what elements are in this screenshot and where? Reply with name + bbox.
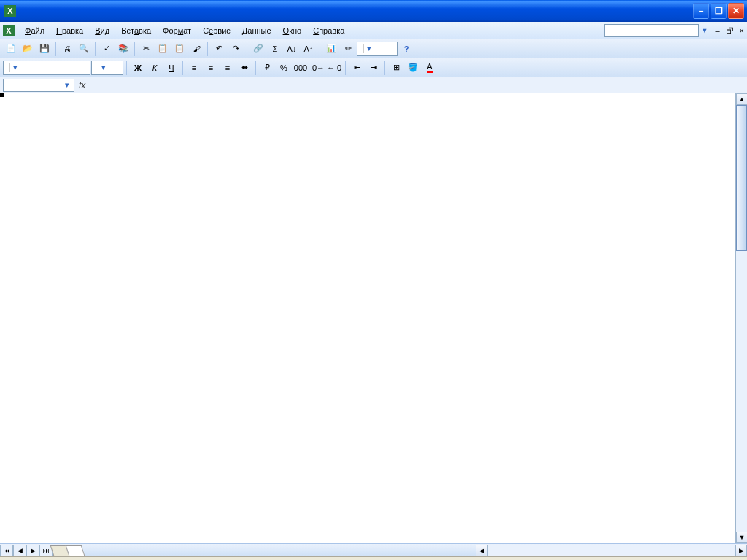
minimize-button[interactable]: – xyxy=(693,3,709,19)
ask-dropdown-icon[interactable]: ▼ xyxy=(702,27,708,34)
comma-icon[interactable]: 000 xyxy=(293,60,309,76)
svg-text:X: X xyxy=(7,7,13,15)
format-painter-icon[interactable]: 🖌 xyxy=(188,41,204,57)
standard-toolbar: 📄 📂 💾 🖨 🔍 ✓ 📚 ✂ 📋 📋 🖌 ↶ ↷ 🔗 Σ A↓ A↑ 📊 ✏ … xyxy=(0,39,747,58)
menu-file[interactable]: Файл xyxy=(19,24,50,37)
menubar: X Файл Правка Вид Вставка Формат Сервис … xyxy=(0,22,747,39)
window-titlebar: X – ❐ ✕ xyxy=(0,0,747,22)
name-box[interactable]: ▾ xyxy=(3,79,74,92)
excel-icon: X xyxy=(3,25,15,36)
font-size-combo[interactable]: ▾ xyxy=(91,61,123,75)
maximize-button[interactable]: ❐ xyxy=(711,3,727,19)
save-icon[interactable]: 💾 xyxy=(36,41,53,57)
scroll-right-icon[interactable]: ▶ xyxy=(735,545,747,556)
underline-icon[interactable]: Ч xyxy=(163,60,179,76)
increase-indent-icon[interactable]: ⇥ xyxy=(365,60,382,76)
percent-icon[interactable]: % xyxy=(276,60,292,76)
chevron-down-icon[interactable]: ▾ xyxy=(62,80,72,90)
decrease-decimal-icon[interactable]: ←.0 xyxy=(326,60,342,76)
sheet-tab-rezultat[interactable] xyxy=(66,545,85,556)
paste-icon[interactable]: 📋 xyxy=(171,41,187,57)
align-center-icon[interactable]: ≡ xyxy=(203,60,219,76)
chart-icon[interactable]: 📊 xyxy=(323,41,339,57)
font-combo[interactable]: ▾ xyxy=(3,61,90,75)
italic-icon[interactable]: К xyxy=(147,60,163,76)
decrease-indent-icon[interactable]: ⇤ xyxy=(349,60,365,76)
tab-nav-first-icon[interactable]: ⏮ xyxy=(0,545,13,556)
spreadsheet: ▲ ▼ ⏮ ◀ ▶ ⏭ ◀ ▶ xyxy=(0,93,747,556)
mdi-close-button[interactable]: × xyxy=(740,26,744,35)
mdi-restore-button[interactable]: 🗗 xyxy=(726,26,734,35)
align-right-icon[interactable]: ≡ xyxy=(220,60,236,76)
horizontal-scrollbar[interactable]: ◀ ▶ xyxy=(476,545,747,556)
help-icon[interactable]: ? xyxy=(398,41,414,57)
menu-edit[interactable]: Правка xyxy=(50,24,89,37)
hyperlink-icon[interactable]: 🔗 xyxy=(250,41,266,57)
excel-icon: X xyxy=(4,5,16,17)
menu-format[interactable]: Формат xyxy=(157,24,197,37)
new-icon[interactable]: 📄 xyxy=(3,41,19,57)
zoom-combo[interactable]: ▾ xyxy=(357,42,398,56)
scroll-up-icon[interactable]: ▲ xyxy=(736,93,747,105)
redo-icon[interactable]: ↷ xyxy=(228,41,244,57)
ask-question-input[interactable] xyxy=(604,24,699,37)
fill-color-icon[interactable]: 🪣 xyxy=(405,60,421,76)
menu-data[interactable]: Данные xyxy=(236,24,277,37)
scroll-left-icon[interactable]: ◀ xyxy=(476,545,487,556)
tab-nav-prev-icon[interactable]: ◀ xyxy=(13,545,26,556)
bold-icon[interactable]: Ж xyxy=(130,60,146,76)
chevron-down-icon[interactable]: ▾ xyxy=(9,63,20,72)
sort-desc-icon[interactable]: A↑ xyxy=(301,41,317,57)
vertical-scrollbar[interactable]: ▲ ▼ xyxy=(735,93,747,543)
align-left-icon[interactable]: ≡ xyxy=(186,60,202,76)
drawing-icon[interactable]: ✏ xyxy=(340,41,356,57)
tab-nav-next-icon[interactable]: ▶ xyxy=(26,545,39,556)
copy-icon[interactable]: 📋 xyxy=(155,41,171,57)
open-icon[interactable]: 📂 xyxy=(20,41,36,57)
merge-icon[interactable]: ⬌ xyxy=(236,60,252,76)
fx-icon[interactable]: fx xyxy=(79,80,85,90)
print-preview-icon[interactable]: 🔍 xyxy=(76,41,92,57)
chevron-down-icon[interactable]: ▾ xyxy=(363,44,374,53)
close-button[interactable]: ✕ xyxy=(728,3,744,19)
menu-service[interactable]: Сервис xyxy=(197,24,236,37)
formula-input[interactable] xyxy=(90,79,747,92)
menu-insert[interactable]: Вставка xyxy=(115,24,157,37)
scroll-down-icon[interactable]: ▼ xyxy=(736,532,747,543)
menu-window[interactable]: Окно xyxy=(277,24,308,37)
svg-text:X: X xyxy=(6,26,12,35)
mdi-minimize-button[interactable]: – xyxy=(715,26,719,35)
increase-decimal-icon[interactable]: .0→ xyxy=(309,60,325,76)
autosum-icon[interactable]: Σ xyxy=(267,41,283,57)
font-color-icon[interactable]: A xyxy=(422,60,438,76)
chevron-down-icon[interactable]: ▾ xyxy=(98,63,108,72)
menu-help[interactable]: Справка xyxy=(307,24,350,37)
formula-bar: ▾ fx xyxy=(0,77,747,93)
research-icon[interactable]: 📚 xyxy=(115,41,131,57)
undo-icon[interactable]: ↶ xyxy=(211,41,227,57)
status-bar xyxy=(0,556,747,560)
menu-view[interactable]: Вид xyxy=(89,24,115,37)
sheet-tabs-bar: ⏮ ◀ ▶ ⏭ ◀ ▶ xyxy=(0,543,747,556)
print-icon[interactable]: 🖨 xyxy=(59,41,75,57)
cut-icon[interactable]: ✂ xyxy=(138,41,154,57)
formatting-toolbar: ▾ ▾ Ж К Ч ≡ ≡ ≡ ⬌ ₽ % 000 .0→ ←.0 ⇤ ⇥ ⊞ … xyxy=(0,58,747,77)
currency-icon[interactable]: ₽ xyxy=(259,60,275,76)
spelling-icon[interactable]: ✓ xyxy=(98,41,115,57)
sort-asc-icon[interactable]: A↓ xyxy=(284,41,300,57)
borders-icon[interactable]: ⊞ xyxy=(388,60,404,76)
active-cell-cursor xyxy=(0,93,3,96)
